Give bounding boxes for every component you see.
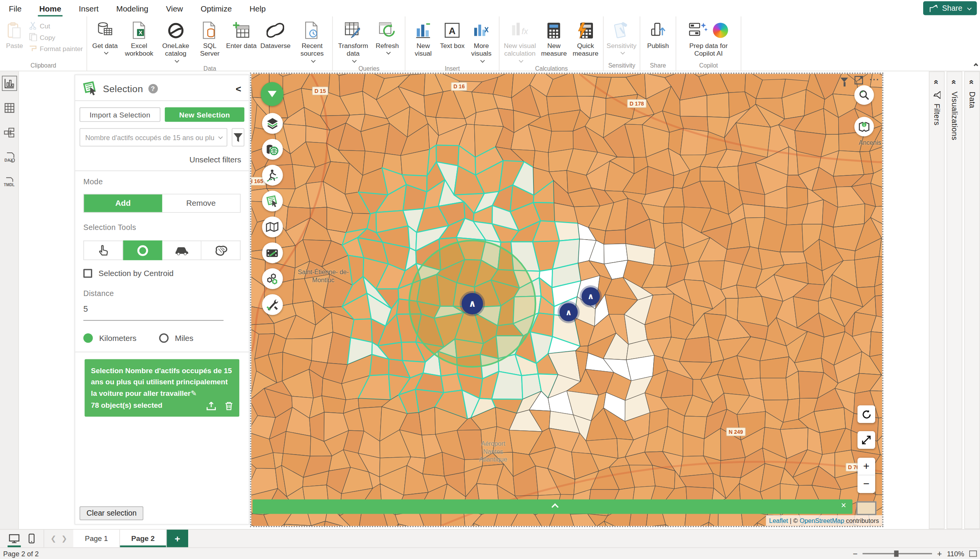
menu-optimize[interactable]: Optimize <box>192 1 240 15</box>
pointer-tool-button[interactable] <box>83 240 123 260</box>
map-search-button[interactable] <box>854 85 874 105</box>
sensitivity-button[interactable]: Sensitivity <box>606 20 637 56</box>
menu-file[interactable]: File <box>0 1 30 15</box>
collapse-panel-button[interactable]: < <box>236 83 241 94</box>
centroid-checkbox[interactable] <box>83 269 92 278</box>
hexbin-button[interactable] <box>262 268 283 289</box>
add-page-button[interactable]: + <box>167 530 188 547</box>
more-visuals-button[interactable]: More visuals <box>465 20 497 64</box>
model-view-button[interactable] <box>3 127 15 139</box>
zoom-out-icon[interactable]: − <box>853 549 858 559</box>
osm-link[interactable]: OpenStreetMap <box>800 517 844 524</box>
sql-server-button[interactable]: SQL Server <box>194 20 225 59</box>
zoom-slider[interactable] <box>862 553 932 554</box>
quick-measure-button[interactable]: Quick measure <box>570 20 601 59</box>
data-layers-button[interactable] <box>262 139 283 160</box>
menu-modeling[interactable]: Modeling <box>108 1 157 15</box>
recent-sources-button[interactable]: Recent sources <box>294 20 330 64</box>
map-refresh-button[interactable] <box>858 405 875 423</box>
map-fullscreen-button[interactable] <box>858 431 875 449</box>
table-view-button[interactable] <box>3 102 15 114</box>
tab-page-2[interactable]: Page 2 <box>120 530 167 547</box>
excel-workbook-button[interactable]: X Excel workbook <box>121 20 157 59</box>
cut-button[interactable]: Cut <box>27 21 85 30</box>
mobile-layout-button[interactable] <box>28 533 35 543</box>
menu-help[interactable]: Help <box>241 1 275 15</box>
kilometers-radio[interactable] <box>83 333 93 343</box>
clear-selection-button[interactable]: Clear selection <box>79 506 144 520</box>
basemap-button[interactable] <box>262 217 283 237</box>
enter-data-button[interactable]: Enter data <box>225 20 257 51</box>
mode-remove-button[interactable]: Remove <box>162 194 240 212</box>
collapse-toolbar-button[interactable] <box>261 82 283 106</box>
share-button[interactable]: Share <box>923 1 977 15</box>
focus-mode-icon[interactable] <box>854 75 863 84</box>
selection-tool-button[interactable] <box>262 191 283 212</box>
help-icon[interactable]: ? <box>148 84 158 93</box>
drivetime-tool-button[interactable] <box>162 240 202 260</box>
new-visual-button[interactable]: New visual <box>407 20 439 59</box>
selection-summary-card[interactable]: Selection Nombre d'actifs occupés de 15 … <box>84 359 239 417</box>
get-data-button[interactable]: Get data <box>89 20 121 56</box>
zoom-in-button[interactable]: + <box>858 458 875 475</box>
field-dropdown[interactable]: Nombre d'actifs occupés de 15 ans ou plu <box>79 128 227 147</box>
tab-page-1[interactable]: Page 1 <box>73 530 120 547</box>
text-box-button[interactable]: A Text box <box>439 20 465 51</box>
prep-data-copilot-button[interactable]: Prep data for Copilot AI <box>678 20 739 59</box>
tmdl-view-button[interactable]: TMDL <box>3 176 15 188</box>
zoom-out-button[interactable]: − <box>858 475 875 493</box>
distance-input[interactable]: 5 <box>75 301 249 314</box>
menu-home[interactable]: Home <box>30 1 70 15</box>
publish-button[interactable]: Publish <box>642 20 674 51</box>
filters-pane-collapsed[interactable]: « Filters <box>929 71 945 529</box>
minimap-toggle[interactable] <box>856 501 877 515</box>
circle-tool-button[interactable] <box>123 240 162 260</box>
dataverse-button[interactable]: Dataverse <box>257 20 294 51</box>
cluster-marker[interactable]: ∧ <box>581 287 600 306</box>
report-view-button[interactable] <box>3 78 15 89</box>
new-measure-button[interactable]: New measure <box>538 20 569 59</box>
dax-query-view-button[interactable]: DAX <box>3 152 15 163</box>
zoom-slider-handle[interactable] <box>894 551 899 557</box>
delete-selection-icon[interactable] <box>225 402 233 410</box>
expand-pane-icon[interactable]: « <box>932 80 942 84</box>
prev-page-arrow[interactable]: ❮ <box>51 534 56 542</box>
import-selection-button[interactable]: Import a Selection <box>79 108 160 122</box>
map-visual[interactable]: ∧ ∧ ∧ D 15 D 16 D 178 N 165 N 249 D 763 … <box>251 74 882 526</box>
fit-to-page-icon[interactable] <box>969 551 977 557</box>
menu-view[interactable]: View <box>157 1 192 15</box>
collapse-ribbon-button[interactable] <box>973 61 978 68</box>
zoom-in-icon[interactable]: + <box>937 549 942 559</box>
export-selection-icon[interactable] <box>207 402 216 410</box>
walk-time-button[interactable] <box>262 165 283 185</box>
menu-insert[interactable]: Insert <box>70 1 107 15</box>
cluster-marker[interactable]: ∧ <box>462 293 483 314</box>
map-info-button[interactable]: i <box>854 117 874 136</box>
leaflet-link[interactable]: Leaflet <box>769 517 788 524</box>
onelake-catalog-button[interactable]: OneLake catalog <box>157 20 194 64</box>
next-page-arrow[interactable]: ❯ <box>61 534 67 542</box>
new-visual-calculation-button[interactable]: fx New visual calculation <box>502 20 538 64</box>
refresh-button[interactable]: Refresh <box>371 20 403 56</box>
lasso-tool-button[interactable] <box>202 240 241 260</box>
expand-pane-icon[interactable]: « <box>950 80 959 84</box>
new-selection-button[interactable]: New Selection <box>165 108 244 122</box>
edit-pencil-icon[interactable]: ✎ <box>190 389 197 397</box>
mode-add-button[interactable]: Add <box>84 194 162 212</box>
copy-button[interactable]: Copy <box>27 32 85 42</box>
transform-data-button[interactable]: Transform data <box>335 20 371 64</box>
unselect-filters-link[interactable]: Unselect filters <box>75 148 249 170</box>
miles-radio[interactable] <box>159 333 169 343</box>
cluster-marker[interactable]: ∧ <box>560 303 578 321</box>
layers-button[interactable] <box>262 113 283 134</box>
data-pane-collapsed[interactable]: « Data <box>964 71 980 529</box>
format-painter-button[interactable]: Format painter <box>27 43 85 53</box>
settings-tools-button[interactable] <box>262 294 283 315</box>
close-icon[interactable]: × <box>841 500 846 510</box>
time-slider-bar[interactable]: × <box>253 499 853 514</box>
expand-pane-icon[interactable]: « <box>967 80 977 84</box>
timeline-button[interactable] <box>262 242 283 263</box>
desktop-layout-button[interactable] <box>9 534 20 543</box>
paste-button[interactable]: Paste <box>2 20 27 51</box>
filter-button[interactable] <box>232 128 245 147</box>
